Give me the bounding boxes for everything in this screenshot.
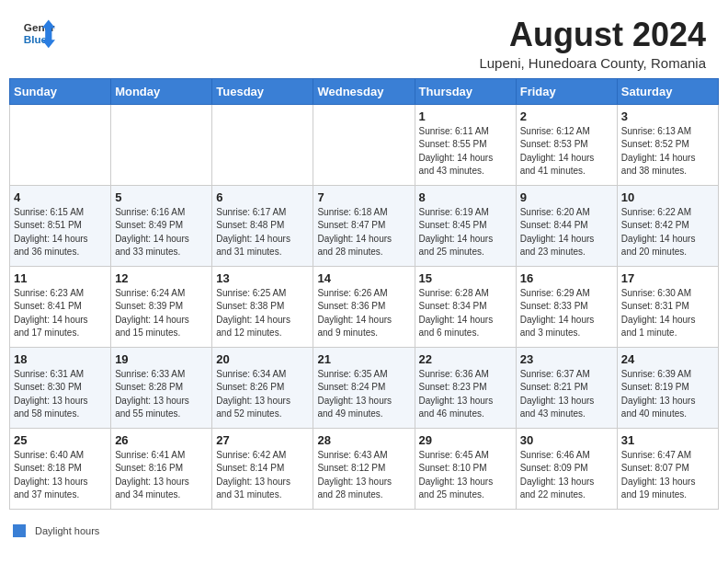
calendar-table: Sunday Monday Tuesday Wednesday Thursday… bbox=[9, 78, 719, 510]
title-block: August 2024 Lupeni, Hunedoara County, Ro… bbox=[479, 17, 706, 71]
day-info: Sunrise: 6:41 AM Sunset: 8:16 PM Dayligh… bbox=[115, 449, 208, 502]
day-number: 18 bbox=[14, 352, 107, 366]
logo: General Blue bbox=[22, 17, 55, 50]
calendar-wrap: Sunday Monday Tuesday Wednesday Thursday… bbox=[0, 78, 728, 519]
calendar-week-row: 25Sunrise: 6:40 AM Sunset: 8:18 PM Dayli… bbox=[10, 428, 719, 509]
day-info: Sunrise: 6:16 AM Sunset: 8:49 PM Dayligh… bbox=[115, 206, 208, 259]
day-number: 13 bbox=[216, 271, 309, 285]
day-info: Sunrise: 6:18 AM Sunset: 8:47 PM Dayligh… bbox=[317, 206, 410, 259]
table-row: 13Sunrise: 6:25 AM Sunset: 8:38 PM Dayli… bbox=[212, 266, 313, 347]
day-number: 4 bbox=[14, 190, 107, 204]
table-row: 31Sunrise: 6:47 AM Sunset: 8:07 PM Dayli… bbox=[617, 428, 718, 509]
page-header: General Blue August 2024 Lupeni, Hunedoa… bbox=[0, 0, 728, 78]
day-info: Sunrise: 6:39 AM Sunset: 8:19 PM Dayligh… bbox=[621, 368, 714, 421]
table-row: 7Sunrise: 6:18 AM Sunset: 8:47 PM Daylig… bbox=[313, 185, 415, 266]
table-row: 1Sunrise: 6:11 AM Sunset: 8:55 PM Daylig… bbox=[415, 104, 516, 185]
calendar-week-row: 18Sunrise: 6:31 AM Sunset: 8:30 PM Dayli… bbox=[10, 347, 719, 428]
day-info: Sunrise: 6:22 AM Sunset: 8:42 PM Dayligh… bbox=[621, 206, 714, 259]
day-number: 26 bbox=[115, 433, 208, 447]
table-row bbox=[212, 104, 313, 185]
table-row: 5Sunrise: 6:16 AM Sunset: 8:49 PM Daylig… bbox=[111, 185, 212, 266]
col-wednesday: Wednesday bbox=[313, 78, 415, 104]
day-number: 30 bbox=[520, 433, 613, 447]
day-number: 31 bbox=[621, 433, 714, 447]
table-row: 14Sunrise: 6:26 AM Sunset: 8:36 PM Dayli… bbox=[313, 266, 415, 347]
table-row: 6Sunrise: 6:17 AM Sunset: 8:48 PM Daylig… bbox=[212, 185, 313, 266]
day-info: Sunrise: 6:20 AM Sunset: 8:44 PM Dayligh… bbox=[520, 206, 613, 259]
day-number: 3 bbox=[621, 109, 714, 123]
day-info: Sunrise: 6:35 AM Sunset: 8:24 PM Dayligh… bbox=[317, 368, 410, 421]
table-row: 29Sunrise: 6:45 AM Sunset: 8:10 PM Dayli… bbox=[415, 428, 516, 509]
day-number: 19 bbox=[115, 352, 208, 366]
legend-label: Daylight hours bbox=[35, 525, 99, 536]
day-number: 12 bbox=[115, 271, 208, 285]
table-row: 17Sunrise: 6:30 AM Sunset: 8:31 PM Dayli… bbox=[617, 266, 718, 347]
logo-icon: General Blue bbox=[22, 17, 55, 50]
day-info: Sunrise: 6:24 AM Sunset: 8:39 PM Dayligh… bbox=[115, 287, 208, 340]
table-row: 2Sunrise: 6:12 AM Sunset: 8:53 PM Daylig… bbox=[516, 104, 617, 185]
table-row: 4Sunrise: 6:15 AM Sunset: 8:51 PM Daylig… bbox=[10, 185, 111, 266]
day-number: 25 bbox=[14, 433, 107, 447]
table-row: 22Sunrise: 6:36 AM Sunset: 8:23 PM Dayli… bbox=[415, 347, 516, 428]
day-number: 8 bbox=[419, 190, 512, 204]
calendar-header-row: Sunday Monday Tuesday Wednesday Thursday… bbox=[10, 78, 719, 104]
day-number: 2 bbox=[520, 109, 613, 123]
day-number: 5 bbox=[115, 190, 208, 204]
day-info: Sunrise: 6:46 AM Sunset: 8:09 PM Dayligh… bbox=[520, 449, 613, 502]
day-info: Sunrise: 6:15 AM Sunset: 8:51 PM Dayligh… bbox=[14, 206, 107, 259]
day-info: Sunrise: 6:40 AM Sunset: 8:18 PM Dayligh… bbox=[14, 449, 107, 502]
table-row: 24Sunrise: 6:39 AM Sunset: 8:19 PM Dayli… bbox=[617, 347, 718, 428]
month-year-title: August 2024 bbox=[479, 17, 706, 53]
table-row: 8Sunrise: 6:19 AM Sunset: 8:45 PM Daylig… bbox=[415, 185, 516, 266]
calendar-week-row: 4Sunrise: 6:15 AM Sunset: 8:51 PM Daylig… bbox=[10, 185, 719, 266]
day-number: 21 bbox=[317, 352, 410, 366]
day-number: 20 bbox=[216, 352, 309, 366]
col-monday: Monday bbox=[111, 78, 212, 104]
legend: Daylight hours bbox=[0, 519, 728, 539]
table-row: 11Sunrise: 6:23 AM Sunset: 8:41 PM Dayli… bbox=[10, 266, 111, 347]
day-number: 23 bbox=[520, 352, 613, 366]
day-number: 11 bbox=[14, 271, 107, 285]
day-info: Sunrise: 6:25 AM Sunset: 8:38 PM Dayligh… bbox=[216, 287, 309, 340]
day-number: 10 bbox=[621, 190, 714, 204]
day-info: Sunrise: 6:19 AM Sunset: 8:45 PM Dayligh… bbox=[419, 206, 512, 259]
day-info: Sunrise: 6:26 AM Sunset: 8:36 PM Dayligh… bbox=[317, 287, 410, 340]
table-row: 3Sunrise: 6:13 AM Sunset: 8:52 PM Daylig… bbox=[617, 104, 718, 185]
day-number: 28 bbox=[317, 433, 410, 447]
day-number: 27 bbox=[216, 433, 309, 447]
day-number: 22 bbox=[419, 352, 512, 366]
day-number: 14 bbox=[317, 271, 410, 285]
table-row: 25Sunrise: 6:40 AM Sunset: 8:18 PM Dayli… bbox=[10, 428, 111, 509]
day-info: Sunrise: 6:31 AM Sunset: 8:30 PM Dayligh… bbox=[14, 368, 107, 421]
table-row: 18Sunrise: 6:31 AM Sunset: 8:30 PM Dayli… bbox=[10, 347, 111, 428]
table-row: 19Sunrise: 6:33 AM Sunset: 8:28 PM Dayli… bbox=[111, 347, 212, 428]
table-row bbox=[10, 104, 111, 185]
svg-text:Blue: Blue bbox=[24, 33, 48, 45]
table-row: 23Sunrise: 6:37 AM Sunset: 8:21 PM Dayli… bbox=[516, 347, 617, 428]
col-thursday: Thursday bbox=[415, 78, 516, 104]
day-info: Sunrise: 6:12 AM Sunset: 8:53 PM Dayligh… bbox=[520, 125, 613, 178]
table-row: 10Sunrise: 6:22 AM Sunset: 8:42 PM Dayli… bbox=[617, 185, 718, 266]
day-number: 16 bbox=[520, 271, 613, 285]
day-info: Sunrise: 6:30 AM Sunset: 8:31 PM Dayligh… bbox=[621, 287, 714, 340]
day-number: 9 bbox=[520, 190, 613, 204]
day-number: 1 bbox=[419, 109, 512, 123]
day-info: Sunrise: 6:23 AM Sunset: 8:41 PM Dayligh… bbox=[14, 287, 107, 340]
day-info: Sunrise: 6:47 AM Sunset: 8:07 PM Dayligh… bbox=[621, 449, 714, 502]
day-info: Sunrise: 6:42 AM Sunset: 8:14 PM Dayligh… bbox=[216, 449, 309, 502]
table-row: 21Sunrise: 6:35 AM Sunset: 8:24 PM Dayli… bbox=[313, 347, 415, 428]
table-row: 27Sunrise: 6:42 AM Sunset: 8:14 PM Dayli… bbox=[212, 428, 313, 509]
day-number: 15 bbox=[419, 271, 512, 285]
col-friday: Friday bbox=[516, 78, 617, 104]
col-sunday: Sunday bbox=[10, 78, 111, 104]
calendar-week-row: 1Sunrise: 6:11 AM Sunset: 8:55 PM Daylig… bbox=[10, 104, 719, 185]
table-row: 30Sunrise: 6:46 AM Sunset: 8:09 PM Dayli… bbox=[516, 428, 617, 509]
day-number: 29 bbox=[419, 433, 512, 447]
table-row bbox=[111, 104, 212, 185]
legend-color-box bbox=[13, 524, 26, 537]
day-info: Sunrise: 6:13 AM Sunset: 8:52 PM Dayligh… bbox=[621, 125, 714, 178]
day-info: Sunrise: 6:17 AM Sunset: 8:48 PM Dayligh… bbox=[216, 206, 309, 259]
col-saturday: Saturday bbox=[617, 78, 718, 104]
day-info: Sunrise: 6:43 AM Sunset: 8:12 PM Dayligh… bbox=[317, 449, 410, 502]
table-row: 26Sunrise: 6:41 AM Sunset: 8:16 PM Dayli… bbox=[111, 428, 212, 509]
